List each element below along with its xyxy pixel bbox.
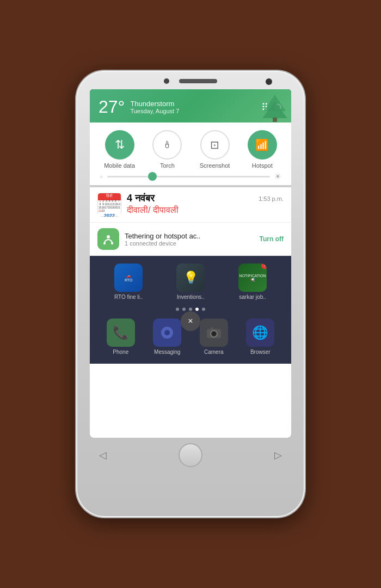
phone-dock-icon[interactable]: 📞 [107, 318, 135, 347]
torch-label: Torch [160, 162, 175, 169]
dock-phone[interactable]: 📞 Phone [107, 318, 135, 355]
tethering-icon [97, 228, 119, 250]
browser-dock-icon[interactable]: 🌐 [246, 318, 274, 347]
weather-condition: Thunderstorm [130, 100, 179, 108]
brightness-thumb[interactable] [148, 172, 157, 181]
tethering-subtitle: 1 connected device [125, 240, 254, 247]
mobile-data-icon: ⇅ [115, 138, 125, 152]
brightness-high-icon: ☀ [274, 172, 281, 181]
svg-point-10 [212, 332, 216, 335]
messaging-dock-icon[interactable] [153, 318, 181, 347]
home-screen: 🚗RTO RTO fine li.. 💡 Inventions.. [90, 256, 291, 364]
mobile-data-label: Mobile data [104, 162, 135, 169]
dot-2 [182, 308, 186, 311]
browser-dock-label: Browser [250, 349, 271, 355]
brightness-slider-row: ○ ☀ [95, 172, 286, 181]
quick-settings-panel: ⇅ Mobile data 🕯 Torch ⊡ [90, 122, 291, 185]
inventions-label: Inventions.. [177, 294, 205, 300]
rto-label: RTO fine li.. [114, 294, 143, 300]
sarkar-label: sarkar job.. [239, 294, 266, 300]
speaker-grille [179, 79, 217, 83]
svg-point-3 [107, 235, 110, 238]
svg-rect-2 [273, 118, 277, 122]
weather-date: Tuesday, August 7 [130, 108, 179, 114]
qs-mobile-data[interactable]: ⇅ Mobile data [104, 130, 135, 169]
dock-messaging[interactable]: Messaging [153, 318, 181, 355]
svg-rect-11 [211, 327, 213, 329]
temperature-display: 27° [99, 97, 125, 117]
quick-settings-row: ⇅ Mobile data 🕯 Torch ⊡ [95, 130, 286, 169]
svg-point-7 [164, 330, 170, 335]
hotspot-icon: 📶 [255, 138, 269, 151]
phone-screen: 27° Thunderstorm Tuesday, August 7 ⠿ ⚙ [90, 89, 291, 438]
close-fab-button[interactable]: × [181, 311, 200, 331]
messaging-dock-label: Messaging [154, 349, 180, 355]
rto-app[interactable]: 🚗RTO RTO fine li.. [114, 264, 143, 300]
sarkar-icon[interactable]: NOTIFICATION📢 ! [238, 264, 267, 292]
brightness-slider[interactable] [107, 176, 270, 177]
dot-1 [176, 308, 179, 311]
qs-hotspot[interactable]: 📶 Hotspot [248, 130, 277, 169]
calendar-notification[interactable]: हिंदी 1234567 891011121314 1516171819202… [90, 187, 291, 223]
notification-panel: 27° Thunderstorm Tuesday, August 7 ⠿ ⚙ [90, 89, 291, 122]
dock-camera[interactable]: Camera [200, 318, 228, 355]
mobile-data-circle[interactable]: ⇅ [105, 130, 134, 160]
dot-4-active [195, 308, 199, 311]
rto-icon-text: 🚗RTO [125, 274, 133, 282]
calendar-notif-time: 1:53 p.m. [259, 195, 284, 202]
camera-dot [164, 78, 169, 84]
tethering-title: Tethering or hotspot ac.. [125, 232, 254, 240]
inventions-icon[interactable]: 💡 [176, 264, 205, 292]
sarkar-badge: ! [261, 264, 267, 269]
back-button[interactable]: ◁ [99, 449, 107, 461]
dot-3 [189, 308, 192, 311]
app-icons-row: 🚗RTO RTO fine li.. 💡 Inventions.. [90, 256, 291, 304]
calendar-notif-subtitle: दीवाली/ दीपावली [127, 205, 284, 215]
svg-point-5 [111, 242, 113, 244]
rto-icon[interactable]: 🚗RTO [114, 264, 143, 292]
qs-torch[interactable]: 🕯 Torch [152, 130, 182, 169]
calendar-notif-title: 4 नवंबर [127, 193, 155, 204]
qs-screenshot[interactable]: ⊡ Screenshot [200, 130, 230, 169]
notifications-area: हिंदी 1234567 891011121314 1516171819202… [90, 187, 291, 438]
phone-top-hardware [76, 71, 305, 84]
screenshot-icon: ⊡ [210, 138, 219, 151]
phone-frame: 27° Thunderstorm Tuesday, August 7 ⠿ ⚙ [76, 71, 305, 517]
home-button[interactable] [179, 443, 202, 467]
torch-circle[interactable]: 🕯 [152, 130, 182, 160]
camera-dock-icon[interactable] [200, 318, 228, 347]
camera-dock-label: Camera [204, 349, 224, 355]
calendar-app-icon: हिंदी 1234567 891011121314 1516171819202… [97, 193, 121, 217]
phone-dock-label: Phone [113, 349, 128, 355]
dot-5 [202, 308, 205, 311]
hotspot-label: Hotspot [252, 162, 273, 169]
screenshot-circle[interactable]: ⊡ [200, 130, 230, 160]
tree-decoration [248, 89, 291, 122]
dock-browser[interactable]: 🌐 Browser [246, 318, 274, 355]
inventions-icon-text: 💡 [183, 271, 198, 285]
svg-point-4 [103, 242, 106, 244]
phone-bottom-hardware: ◁ ▷ [76, 438, 305, 475]
torch-icon: 🕯 [162, 139, 172, 151]
sarkar-app[interactable]: NOTIFICATION📢 ! sarkar job.. [238, 264, 267, 300]
page-indicator-dots [176, 308, 205, 311]
hotspot-circle[interactable]: 📶 [248, 130, 277, 160]
screenshot-label: Screenshot [200, 162, 230, 169]
front-camera [266, 78, 272, 85]
inventions-app[interactable]: 💡 Inventions.. [176, 264, 205, 300]
sarkar-icon-text: NOTIFICATION📢 [239, 274, 266, 282]
recent-button[interactable]: ▷ [274, 449, 282, 461]
navigation-buttons: ◁ ▷ [99, 443, 282, 467]
tethering-notification[interactable]: Tethering or hotspot ac.. 1 connected de… [90, 223, 291, 256]
close-fab-icon: × [188, 316, 193, 326]
turn-off-button[interactable]: Turn off [260, 235, 284, 243]
brightness-low-icon: ○ [100, 174, 103, 180]
